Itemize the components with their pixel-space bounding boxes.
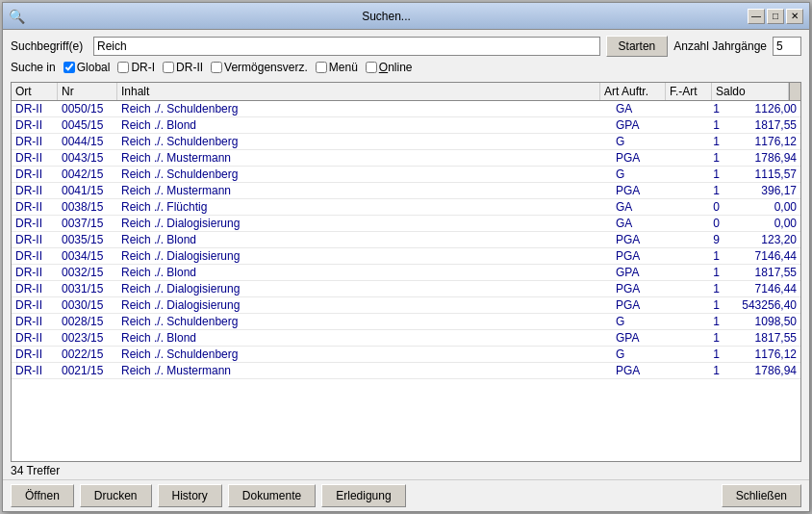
cell-art: G — [612, 167, 677, 182]
col-ort: Ort — [12, 83, 58, 100]
cell-nr: 0022/15 — [58, 347, 117, 362]
cell-art: G — [612, 314, 677, 329]
online-checkbox[interactable] — [366, 62, 377, 73]
table-row[interactable]: DR-II 0032/15 Reich ./. Blond GPA 1 1817… — [12, 265, 800, 281]
table-row[interactable]: DR-II 0028/15 Reich ./. Schuldenberg G 1… — [12, 314, 800, 330]
history-button[interactable]: History — [158, 484, 222, 507]
maximize-button[interactable]: □ — [767, 9, 784, 24]
table-row[interactable]: DR-II 0043/15 Reich ./. Mustermann PGA 1… — [12, 150, 800, 167]
start-button[interactable]: Starten — [606, 36, 669, 57]
search-input[interactable] — [93, 37, 600, 56]
cell-fart: 1 — [677, 347, 723, 362]
close-button[interactable]: ✕ — [786, 9, 803, 24]
table-row[interactable]: DR-II 0042/15 Reich ./. Schuldenberg G 1… — [12, 167, 800, 183]
cell-saldo: 1817,55 — [723, 265, 800, 280]
dr1-label: DR-I — [131, 61, 155, 74]
cell-art: G — [612, 347, 677, 362]
scrollbar-header-spacer — [789, 83, 800, 100]
cell-fart: 1 — [677, 281, 723, 296]
cell-art: PGA — [612, 232, 677, 247]
drucken-button[interactable]: Drucken — [80, 484, 152, 507]
table-row[interactable]: DR-II 0034/15 Reich ./. Dialogisierung P… — [12, 248, 800, 265]
table-row[interactable]: DR-II 0031/15 Reich ./. Dialogisierung P… — [12, 281, 800, 297]
cell-art: PGA — [612, 363, 677, 378]
cell-saldo: 0,00 — [723, 199, 800, 215]
cell-ort: DR-II — [12, 167, 58, 182]
title-bar: 🔍 Suchen... — □ ✕ — [3, 3, 809, 30]
cell-nr: 0038/15 — [58, 199, 117, 215]
menue-checkbox[interactable] — [316, 62, 327, 73]
jahrgaenge-input[interactable] — [773, 37, 801, 56]
table-row[interactable]: DR-II 0041/15 Reich ./. Mustermann PGA 1… — [12, 183, 800, 199]
table-row[interactable]: DR-II 0030/15 Reich ./. Dialogisierung P… — [12, 297, 800, 314]
cell-nr: 0035/15 — [58, 232, 117, 247]
cell-inhalt: Reich ./. Dialogisierung — [117, 248, 612, 264]
table-row[interactable]: DR-II 0038/15 Reich ./. Flüchtig GA 0 0,… — [12, 199, 800, 216]
table-header: Ort Nr Inhalt Art Auftr. F.-Art Saldo — [12, 83, 800, 101]
cell-ort: DR-II — [12, 117, 58, 133]
suche-in-label: Suche in — [11, 61, 56, 74]
online-label: Online — [379, 61, 413, 74]
cell-nr: 0023/15 — [58, 330, 117, 346]
dokumente-button[interactable]: Dokumente — [228, 484, 316, 507]
cell-inhalt: Reich ./. Schuldenberg — [117, 347, 612, 362]
action-buttons: Öffnen Drucken History Dokumente Erledig… — [11, 484, 406, 507]
table-row[interactable]: DR-II 0050/15 Reich ./. Schuldenberg GA … — [12, 101, 800, 117]
table-row[interactable]: DR-II 0022/15 Reich ./. Schuldenberg G 1… — [12, 347, 800, 363]
table-body[interactable]: DR-II 0050/15 Reich ./. Schuldenberg GA … — [12, 101, 800, 461]
cell-art: PGA — [612, 183, 677, 198]
table-row[interactable]: DR-II 0021/15 Reich ./. Mustermann PGA 1… — [12, 363, 800, 379]
cell-ort: DR-II — [12, 363, 58, 378]
cell-ort: DR-II — [12, 134, 58, 149]
cell-ort: DR-II — [12, 314, 58, 329]
cell-art: GA — [612, 199, 677, 215]
table-row[interactable]: DR-II 0044/15 Reich ./. Schuldenberg G 1… — [12, 134, 800, 150]
minimize-button[interactable]: — — [748, 9, 765, 24]
table-row[interactable]: DR-II 0023/15 Reich ./. Blond GPA 1 1817… — [12, 330, 800, 347]
cell-nr: 0034/15 — [58, 248, 117, 264]
dr1-checkbox[interactable] — [117, 62, 129, 73]
oeffnen-button[interactable]: Öffnen — [11, 484, 74, 507]
cell-fart: 1 — [677, 248, 723, 264]
cell-art: GPA — [612, 265, 677, 280]
cell-saldo: 1786,94 — [723, 363, 800, 378]
cell-inhalt: Reich ./. Dialogisierung — [117, 297, 612, 313]
suche-in-row: Suche in Global DR-I DR-II Vermögensverz… — [11, 61, 801, 74]
checkbox-dr1: DR-I — [117, 61, 155, 74]
cell-inhalt: Reich ./. Schuldenberg — [117, 101, 612, 116]
cell-ort: DR-II — [12, 199, 58, 215]
vermoegen-checkbox[interactable] — [211, 62, 222, 73]
cell-nr: 0042/15 — [58, 167, 117, 182]
table-row[interactable]: DR-II 0045/15 Reich ./. Blond GPA 1 1817… — [12, 117, 800, 134]
search-row: Suchbegriff(e) Starten Anzahl Jahrgänge — [11, 36, 801, 57]
cell-nr: 0037/15 — [58, 216, 117, 231]
cell-inhalt: Reich ./. Mustermann — [117, 363, 612, 378]
table-row[interactable]: DR-II 0037/15 Reich ./. Dialogisierung G… — [12, 216, 800, 232]
cell-saldo: 396,17 — [723, 183, 800, 198]
cell-nr: 0045/15 — [58, 117, 117, 133]
cell-saldo: 0,00 — [723, 216, 800, 231]
cell-fart: 0 — [677, 216, 723, 231]
cell-nr: 0032/15 — [58, 265, 117, 280]
cell-ort: DR-II — [12, 183, 58, 198]
cell-fart: 1 — [677, 117, 723, 133]
global-checkbox[interactable] — [63, 62, 75, 73]
cell-inhalt: Reich ./. Blond — [117, 330, 612, 346]
search-term-label: Suchbegriff(e) — [11, 39, 88, 53]
cell-fart: 1 — [677, 330, 723, 346]
table-row[interactable]: DR-II 0035/15 Reich ./. Blond PGA 9 123,… — [12, 232, 800, 248]
cell-inhalt: Reich ./. Flüchtig — [117, 199, 612, 215]
bottom-bar: Öffnen Drucken History Dokumente Erledig… — [3, 479, 809, 511]
dr2-checkbox[interactable] — [163, 62, 174, 73]
status-bar: 34 Treffer — [3, 462, 809, 479]
cell-saldo: 1126,00 — [723, 101, 800, 116]
dr2-label: DR-II — [176, 61, 203, 74]
result-count: 34 Treffer — [11, 464, 60, 477]
col-inhalt: Inhalt — [117, 83, 600, 100]
cell-art: PGA — [612, 297, 677, 313]
schliessen-button[interactable]: Schließen — [722, 484, 801, 507]
erledigung-button[interactable]: Erledigung — [321, 484, 405, 507]
col-fart: F.-Art — [666, 83, 712, 100]
checkbox-vermoegen: Vermögensverz. — [211, 61, 308, 74]
cell-nr: 0028/15 — [58, 314, 117, 329]
